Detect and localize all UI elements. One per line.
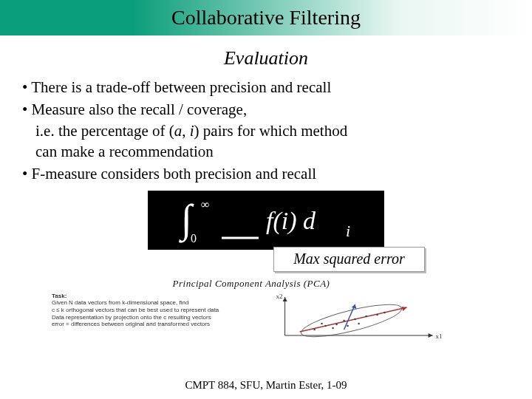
pca-text: Task: Given N data vectors from k-dimens…: [52, 291, 259, 328]
bullet-2-line3: can make a recommendation: [22, 141, 510, 162]
formula-svg: ∫ ∞ 0 f(i) d i: [155, 195, 377, 245]
bullet-2-line2: i.e. the percentage of (a, i) pairs for …: [22, 120, 510, 141]
b2-comma: ,: [182, 122, 190, 140]
pca-task-hd: Task:: [52, 293, 259, 300]
pca-title: Principal Component Analysis (PCA): [52, 278, 451, 290]
integral-lower: 0: [191, 232, 197, 245]
pca-figure: Principal Component Analysis (PCA) Task:…: [52, 278, 451, 349]
svg-point-2: [335, 323, 338, 325]
svg-point-5: [365, 315, 367, 317]
integral-upper: ∞: [201, 198, 209, 211]
svg-point-10: [383, 311, 386, 313]
svg-point-7: [332, 327, 334, 329]
bullet-3: • F-measure considers both precision and…: [22, 163, 510, 184]
pca-pc2: [344, 304, 355, 330]
pca-ellipse: [299, 298, 404, 343]
pca-plot: x1 x2: [267, 291, 451, 344]
svg-point-1: [324, 324, 327, 327]
pca-l1: Given N data vectors from k-dimensional …: [52, 299, 259, 307]
svg-point-6: [376, 313, 378, 316]
formula-body: f(i) d: [266, 207, 316, 235]
content-area: • There is a trade-off between precision…: [0, 77, 532, 185]
slide-title: Collaborative Filtering: [171, 6, 361, 30]
pca-pc1: [299, 307, 406, 332]
pca-axis-x-arrow: [428, 333, 432, 338]
svg-point-3: [343, 319, 345, 321]
bullet-2: • Measure also the recall / coverage, i.…: [22, 99, 510, 162]
pca-l3: Data representation by projection onto t…: [52, 314, 259, 321]
svg-point-9: [321, 322, 323, 324]
formula-image: ∫ ∞ 0 f(i) d i: [148, 191, 384, 250]
bullet-1: • There is a trade-off between precision…: [22, 77, 510, 98]
pca-l2: c ≤ k orthogonal vectors that can be bes…: [52, 307, 259, 314]
bullet-1-text: There is a trade-off between precision a…: [31, 78, 331, 96]
pca-x2-label: x2: [276, 293, 282, 300]
max-squared-error-label: Max squared error: [273, 247, 425, 272]
svg-point-8: [358, 322, 360, 324]
b2-var-a: a: [174, 122, 183, 140]
bullet-2-text: Measure also the recall / coverage,: [32, 100, 248, 118]
title-bar: Collaborative Filtering: [0, 0, 532, 35]
slide-subtitle: Evaluation: [0, 47, 532, 69]
pca-l4: error = differences between original and…: [52, 321, 259, 328]
figure-area: ∫ ∞ 0 f(i) d i Max squared error Princip…: [0, 191, 532, 338]
pca-axis-y-arrow: [282, 297, 287, 301]
mse-text: Max squared error: [293, 250, 405, 267]
svg-point-0: [313, 328, 316, 330]
bullet-3-text: F-measure considers both precision and r…: [32, 165, 316, 183]
slide: Collaborative Filtering Evaluation • The…: [0, 0, 532, 399]
b2-suffix: ) pairs for which method: [194, 122, 348, 140]
pca-body: Task: Given N data vectors from k-dimens…: [52, 291, 451, 344]
b2-prefix: i.e. the percentage of (: [35, 122, 174, 140]
slide-footer: CMPT 884, SFU, Martin Ester, 1-09: [0, 379, 532, 392]
formula-sub: i: [346, 222, 350, 240]
pca-x1-label: x1: [435, 332, 442, 340]
svg-point-11: [347, 324, 349, 327]
svg-point-4: [354, 318, 356, 320]
pca-pc1-arrow: [401, 307, 406, 311]
